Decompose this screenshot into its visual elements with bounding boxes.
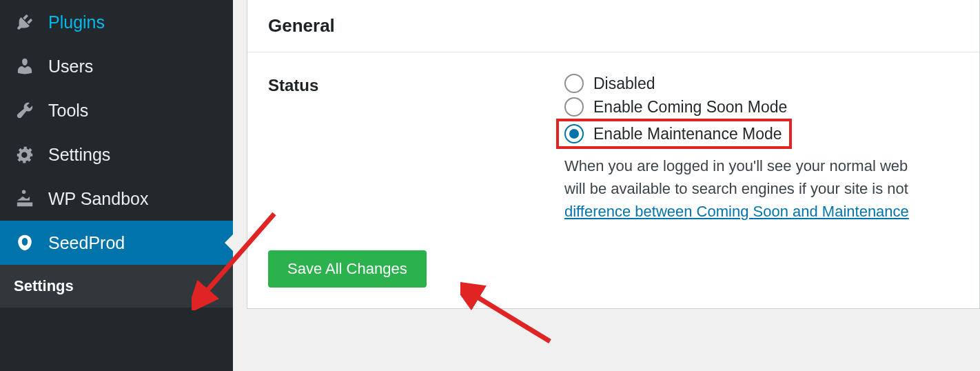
status-description: When you are logged in you'll see your n… <box>564 154 959 223</box>
radio-label: Enable Maintenance Mode <box>593 125 782 143</box>
radio-input[interactable] <box>564 97 584 117</box>
status-label: Status <box>268 72 564 223</box>
radio-label: Enable Coming Soon Mode <box>593 98 787 117</box>
description-link[interactable]: difference between Coming Soon and Maint… <box>564 203 909 220</box>
sidebar-item-label: SeedProd <box>48 233 125 253</box>
settings-icon <box>14 143 36 166</box>
sidebar-item-label: Users <box>48 57 93 77</box>
status-row: Status Disabled Enable Coming Soon Mode … <box>247 52 979 237</box>
sidebar-item-label: Plugins <box>48 12 105 32</box>
radio-coming-soon[interactable]: Enable Coming Soon Mode <box>564 95 959 119</box>
settings-panel: General Status Disabled Enable Coming So… <box>247 0 980 309</box>
save-row: Save All Changes <box>247 237 979 308</box>
radio-disabled[interactable]: Disabled <box>564 72 959 95</box>
status-controls: Disabled Enable Coming Soon Mode Enable … <box>564 72 959 223</box>
admin-sidebar: Plugins Users Tools Settings WP Sandbox … <box>0 0 233 371</box>
tools-icon <box>14 99 36 121</box>
sidebar-item-wpsandbox[interactable]: WP Sandbox <box>0 177 233 221</box>
sidebar-item-seedprod[interactable]: SeedProd <box>0 221 233 265</box>
sidebar-item-settings[interactable]: Settings <box>0 132 233 177</box>
plugin-icon <box>14 11 36 33</box>
sidebar-item-label: Tools <box>48 101 88 121</box>
description-text: will be available to search engines if y… <box>564 180 908 197</box>
panel-heading: General <box>247 0 979 52</box>
radio-input[interactable] <box>564 74 584 93</box>
sidebar-item-plugins[interactable]: Plugins <box>0 0 233 44</box>
seedprod-icon <box>14 232 36 254</box>
content-area: General Status Disabled Enable Coming So… <box>233 0 980 371</box>
sandbox-icon <box>14 188 36 210</box>
users-icon <box>14 55 36 77</box>
radio-maintenance[interactable]: Enable Maintenance Mode <box>564 124 782 143</box>
description-text: When you are logged in you'll see your n… <box>564 157 908 174</box>
radio-input[interactable] <box>564 124 584 143</box>
sidebar-item-label: Settings <box>48 145 110 165</box>
sidebar-item-users[interactable]: Users <box>0 44 233 88</box>
sidebar-item-tools[interactable]: Tools <box>0 88 233 132</box>
sidebar-item-label: WP Sandbox <box>48 189 148 209</box>
radio-label: Disabled <box>593 74 655 93</box>
sidebar-submenu-settings[interactable]: Settings <box>0 265 233 308</box>
highlight-annotation: Enable Maintenance Mode <box>556 119 792 149</box>
save-button[interactable]: Save All Changes <box>268 250 427 288</box>
